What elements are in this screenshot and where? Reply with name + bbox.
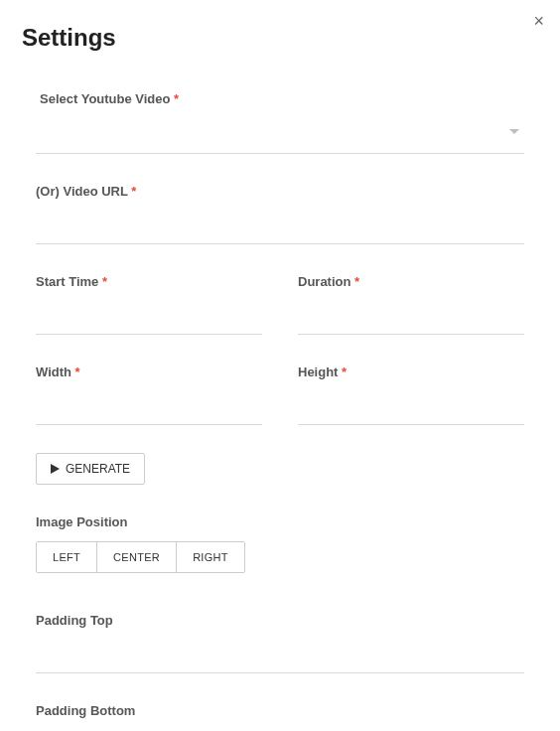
field-duration: Duration * xyxy=(298,272,524,335)
field-padding-top: Padding Top xyxy=(36,611,524,673)
required-mark: * xyxy=(174,91,179,106)
required-mark: * xyxy=(342,365,347,379)
label-text: Select Youtube Video xyxy=(40,91,170,106)
close-icon: × xyxy=(533,11,544,31)
generate-button[interactable]: GENERATE xyxy=(36,453,145,485)
field-start-time: Start Time * xyxy=(36,272,262,335)
label-select-video: Select Youtube Video * xyxy=(36,91,179,106)
start-time-input[interactable] xyxy=(36,295,262,335)
label-text: (Or) Video URL xyxy=(36,184,128,199)
close-button[interactable]: × xyxy=(529,8,548,34)
select-video-dropdown[interactable] xyxy=(36,114,524,154)
label-width: Width * xyxy=(36,365,80,379)
settings-form: Select Youtube Video * (Or) Video URL * … xyxy=(0,52,560,731)
padding-top-input[interactable] xyxy=(36,634,524,673)
play-icon xyxy=(51,464,60,474)
field-height: Height * xyxy=(298,363,524,425)
image-position-group: LEFT CENTER RIGHT xyxy=(36,541,245,573)
page-title: Settings xyxy=(0,0,560,52)
field-width: Width * xyxy=(36,363,262,425)
select-video-input[interactable] xyxy=(36,114,524,153)
label-start-time: Start Time * xyxy=(36,274,107,289)
label-text: Height xyxy=(298,365,338,379)
required-mark: * xyxy=(354,274,359,289)
required-mark: * xyxy=(102,274,107,289)
label-text: Width xyxy=(36,365,71,379)
width-input[interactable] xyxy=(36,385,262,425)
field-image-position: Image Position LEFT CENTER RIGHT xyxy=(36,514,524,573)
label-padding-bottom: Padding Bottom xyxy=(36,703,135,718)
label-duration: Duration * xyxy=(298,274,359,289)
position-center-button[interactable]: CENTER xyxy=(97,542,177,572)
padding-bottom-input[interactable] xyxy=(36,724,524,731)
video-url-input[interactable] xyxy=(36,205,524,244)
duration-input[interactable] xyxy=(298,295,524,335)
height-input[interactable] xyxy=(298,385,524,425)
position-right-button[interactable]: RIGHT xyxy=(177,542,244,572)
label-text: Duration xyxy=(298,274,350,289)
label-padding-top: Padding Top xyxy=(36,613,113,628)
field-padding-bottom: Padding Bottom xyxy=(36,701,524,731)
required-mark: * xyxy=(75,365,80,379)
generate-button-label: GENERATE xyxy=(66,462,130,476)
label-height: Height * xyxy=(298,365,347,379)
position-left-button[interactable]: LEFT xyxy=(37,542,97,572)
label-image-position: Image Position xyxy=(36,514,524,529)
required-mark: * xyxy=(131,184,136,199)
field-generate: GENERATE xyxy=(36,453,524,485)
label-text: Start Time xyxy=(36,274,98,289)
field-video-url: (Or) Video URL * xyxy=(36,182,524,244)
label-video-url: (Or) Video URL * xyxy=(36,184,136,199)
field-select-video: Select Youtube Video * xyxy=(36,89,524,154)
